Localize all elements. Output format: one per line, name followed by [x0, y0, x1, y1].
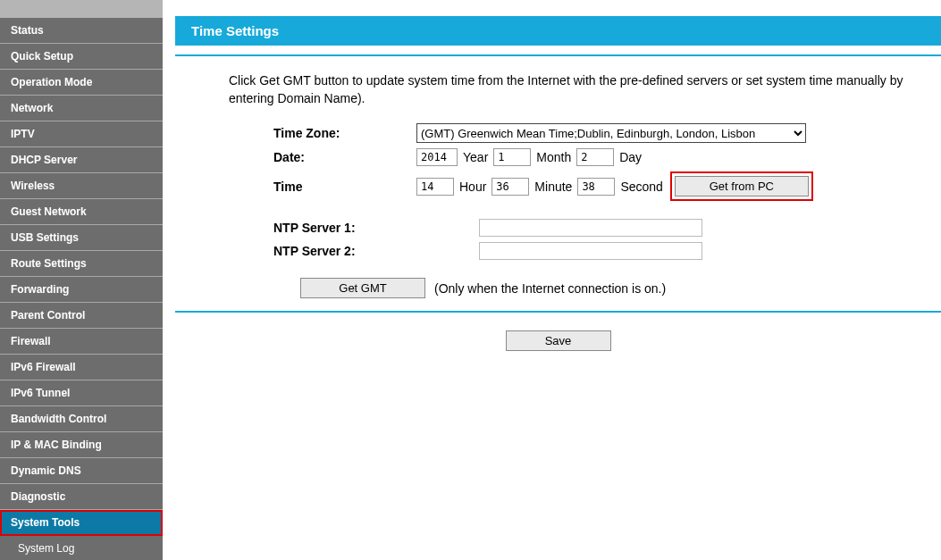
sidebar-item-ipv6-tunnel[interactable]: IPv6 Tunnel	[0, 380, 163, 406]
label-month: Month	[536, 150, 571, 164]
sidebar-item-dynamic-dns[interactable]: Dynamic DNS	[0, 458, 163, 484]
label-time: Time	[273, 180, 416, 194]
ntp2-input[interactable]	[479, 242, 702, 260]
sidebar-item-network[interactable]: Network	[0, 96, 163, 121]
day-input[interactable]	[576, 148, 614, 166]
row-timezone: Time Zone: (GMT) Greenwich Mean Time;Dub…	[273, 123, 941, 143]
form-area: Time Zone: (GMT) Greenwich Mean Time;Dub…	[273, 123, 941, 298]
sidebar-item-system-log[interactable]: System Log	[0, 536, 163, 560]
sidebar-item-wireless[interactable]: Wireless	[0, 173, 163, 199]
hour-input[interactable]	[416, 178, 454, 196]
save-button[interactable]: Save	[506, 330, 611, 351]
get-from-pc-highlight: Get from PC	[670, 171, 813, 201]
divider	[175, 54, 941, 56]
get-from-pc-button[interactable]: Get from PC	[675, 176, 809, 196]
sidebar-item-route-settings[interactable]: Route Settings	[0, 251, 163, 277]
gmt-hint: (Only when the Internet connection is on…	[434, 281, 666, 296]
year-input[interactable]	[416, 148, 458, 166]
label-ntp2: NTP Server 2:	[273, 244, 479, 258]
sidebar-item-bandwidth-control[interactable]: Bandwidth Control	[0, 406, 163, 432]
sidebar-item-operation-mode[interactable]: Operation Mode	[0, 70, 163, 96]
sidebar-item-usb-settings[interactable]: USB Settings	[0, 225, 163, 251]
get-gmt-button[interactable]: Get GMT	[300, 278, 425, 298]
month-input[interactable]	[493, 148, 531, 166]
row-get-gmt: Get GMT (Only when the Internet connecti…	[273, 278, 941, 298]
row-time: Time Hour Minute Second Get from PC	[273, 171, 941, 201]
second-input[interactable]	[577, 178, 615, 196]
page-title: Time Settings	[175, 16, 941, 46]
sidebar-top-spacer	[0, 0, 163, 18]
sidebar-item-ipv6-firewall[interactable]: IPv6 Firewall	[0, 355, 163, 380]
label-day: Day	[619, 150, 642, 164]
sidebar: Status Quick Setup Operation Mode Networ…	[0, 0, 163, 560]
sidebar-item-iptv[interactable]: IPTV	[0, 121, 163, 147]
sidebar-item-guest-network[interactable]: Guest Network	[0, 199, 163, 225]
sidebar-item-status[interactable]: Status	[0, 18, 163, 44]
minute-input[interactable]	[492, 178, 529, 196]
label-minute: Minute	[534, 180, 572, 194]
sidebar-item-system-tools[interactable]: System Tools	[0, 510, 163, 536]
label-hour: Hour	[459, 180, 486, 194]
content-area: Time Settings Click Get GMT button to up…	[163, 0, 941, 560]
intro-text: Click Get GMT button to update system ti…	[229, 72, 941, 107]
sidebar-item-forwarding[interactable]: Forwarding	[0, 277, 163, 303]
sidebar-item-diagnostic[interactable]: Diagnostic	[0, 484, 163, 510]
ntp1-input[interactable]	[479, 219, 702, 237]
label-timezone: Time Zone:	[273, 126, 416, 140]
sidebar-item-quick-setup[interactable]: Quick Setup	[0, 44, 163, 70]
timezone-select[interactable]: (GMT) Greenwich Mean Time;Dublin, Edinbu…	[416, 123, 806, 143]
sidebar-item-parent-control[interactable]: Parent Control	[0, 303, 163, 329]
label-second: Second	[620, 180, 662, 194]
row-ntp1: NTP Server 1:	[273, 219, 941, 237]
sidebar-item-ip-mac-binding[interactable]: IP & MAC Binding	[0, 432, 163, 458]
save-row: Save	[175, 330, 941, 351]
sidebar-item-firewall[interactable]: Firewall	[0, 329, 163, 355]
sidebar-item-dhcp-server[interactable]: DHCP Server	[0, 147, 163, 173]
row-ntp2: NTP Server 2:	[273, 242, 941, 260]
label-date: Date:	[273, 150, 416, 164]
label-ntp1: NTP Server 1:	[273, 221, 479, 235]
row-date: Date: Year Month Day	[273, 148, 941, 166]
label-year: Year	[463, 150, 488, 164]
divider-bottom	[175, 311, 941, 313]
